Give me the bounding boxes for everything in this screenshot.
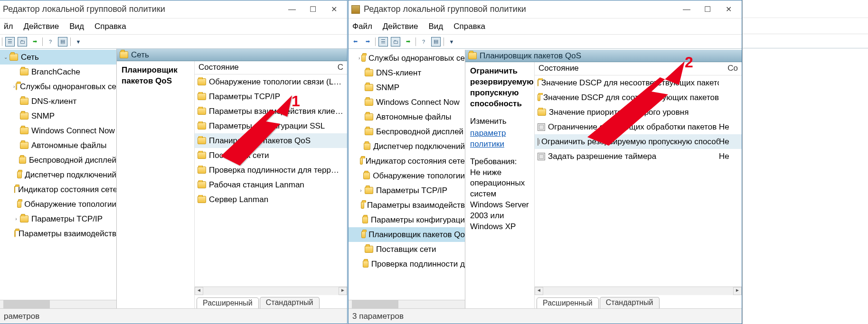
tree-item[interactable]: Параметры взаимодейств: [0, 226, 116, 241]
statusbar: 3 параметров: [349, 308, 742, 324]
tree-root-item[interactable]: ⌄ Сеть: [0, 50, 116, 65]
tab-extended[interactable]: Расширенный: [197, 297, 259, 309]
tree-item[interactable]: ›Службы одноранговых се: [349, 51, 465, 65]
col-state[interactable]: Состояние: [535, 62, 722, 75]
toolbar-back-icon[interactable]: ⬅: [350, 37, 360, 46]
toolbar-icon-filter[interactable]: ▼: [74, 37, 83, 46]
list-row[interactable]: Проверка подлинности для терр…: [195, 163, 347, 177]
tree-item-label: Беспроводной дисплей: [376, 127, 463, 137]
tree-hscrollbar[interactable]: [0, 300, 116, 308]
list-row[interactable]: Значение приоритета второго уровня: [535, 105, 742, 120]
list-row[interactable]: Параметры конфигурации SSL: [195, 119, 347, 133]
maximize-button[interactable]: ☐: [302, 5, 323, 14]
menubar: Файл Действие Вид Справка: [349, 19, 742, 35]
tree-item[interactable]: DNS-клиент: [0, 94, 116, 109]
expand-icon[interactable]: ›: [13, 216, 19, 222]
list-row[interactable]: Параметры TCP/IP: [195, 89, 347, 104]
tree-item[interactable]: Автономные файлы: [0, 138, 116, 153]
scroll-left-icon[interactable]: ◄: [195, 287, 203, 295]
minimize-button[interactable]: —: [282, 5, 302, 14]
menu-action[interactable]: Действие: [381, 21, 420, 32]
tree-item[interactable]: Windows Connect Now: [0, 123, 116, 138]
scroll-right-icon[interactable]: ►: [339, 287, 347, 295]
tree-item-label: Автономные файлы: [376, 112, 451, 122]
tree-item[interactable]: ›Параметры TCP/IP: [0, 212, 116, 226]
col-extra[interactable]: С: [328, 61, 347, 74]
expand-icon[interactable]: ›: [358, 56, 360, 61]
tree-item[interactable]: Диспетчер подключений: [0, 167, 116, 182]
tree-item[interactable]: Поставщик сети: [349, 242, 465, 257]
tree-hscrollbar[interactable]: [349, 300, 465, 308]
tree-item[interactable]: Индикатор состояния сете: [0, 182, 116, 197]
expand-icon[interactable]: ›: [358, 188, 364, 193]
tree-item[interactable]: Беспроводной дисплей: [0, 153, 116, 167]
col-extra[interactable]: Со: [722, 62, 742, 75]
menu-view[interactable]: Вид: [427, 21, 445, 32]
toolbar-icon-1[interactable]: ☰: [5, 37, 15, 46]
tree-item[interactable]: BranchCache: [0, 65, 116, 79]
tree-item-label: Службы одноранговых се: [368, 54, 465, 63]
tree-item[interactable]: Проверка подлинности д: [349, 257, 465, 271]
toolbar-icon-export[interactable]: ➡: [403, 37, 413, 46]
tab-standard[interactable]: Стандартный: [600, 297, 660, 308]
toolbar-fwd-icon[interactable]: ➡: [363, 37, 372, 46]
list-row[interactable]: Сервер Lanman: [195, 192, 347, 207]
tree-item[interactable]: Параметры конфигураци: [349, 213, 465, 227]
toolbar-icon-2[interactable]: 🗀: [18, 37, 27, 46]
list-row[interactable]: Планировщик пакетов QoS: [195, 133, 347, 148]
tree-item[interactable]: Планировщик пакетов Qo: [349, 227, 465, 242]
scroll-right-icon[interactable]: ►: [733, 287, 742, 295]
menu-view[interactable]: Вид: [67, 21, 86, 32]
folder-icon: [198, 137, 206, 144]
detail-change-link[interactable]: параметр политики: [470, 129, 506, 148]
minimize-button[interactable]: —: [676, 5, 697, 14]
tree-item[interactable]: SNMP: [0, 109, 116, 123]
list-row[interactable]: Рабочая станция Lanman: [195, 177, 347, 192]
detail-req-label: Требования:: [470, 157, 529, 167]
tree-item[interactable]: Обнаружение топологии: [349, 168, 465, 183]
list-row[interactable]: Поставщик сети: [195, 148, 347, 163]
list-row[interactable]: Ограничить резервируемую пропускную спос…: [535, 134, 742, 149]
tree-item[interactable]: Обнаружение топологии: [0, 197, 116, 212]
menu-file[interactable]: Файл: [350, 21, 374, 32]
tree-item[interactable]: Параметры взаимодейств: [349, 198, 465, 213]
toolbar-icon-filter[interactable]: ▼: [447, 37, 456, 46]
tab-extended[interactable]: Расширенный: [537, 297, 599, 309]
list-row[interactable]: Обнаружение топологии связи (L…: [195, 74, 347, 89]
toolbar-icon-help[interactable]: ?: [46, 37, 55, 46]
list-row[interactable]: Ограничение ожидающих обработки пакетовН…: [535, 120, 742, 134]
tree-item[interactable]: Беспроводной дисплей: [349, 124, 465, 139]
maximize-button[interactable]: ☐: [697, 5, 718, 14]
col-state[interactable]: Состояние: [195, 61, 328, 74]
tree-item[interactable]: Автономные файлы: [349, 110, 465, 124]
list-row[interactable]: Параметры взаимодействия клие…: [195, 104, 347, 119]
menu-help[interactable]: Справка: [452, 21, 487, 32]
toolbar-icon-1[interactable]: ☰: [378, 37, 388, 46]
menu-action[interactable]: Действие: [21, 21, 61, 32]
list-row[interactable]: Значение DSCP для соответствующих пакето…: [535, 90, 742, 105]
list-row[interactable]: Задать разрешение таймераНе: [535, 149, 742, 164]
expand-icon[interactable]: ›: [13, 84, 15, 89]
tab-standard[interactable]: Стандартный: [260, 297, 320, 308]
menu-help[interactable]: Справка: [93, 21, 128, 32]
menu-file[interactable]: йл: [2, 21, 15, 32]
close-button[interactable]: ✕: [718, 5, 739, 14]
toolbar-icon-2[interactable]: 🗀: [391, 37, 400, 46]
list-hscrollbar[interactable]: ◄►: [195, 287, 347, 295]
list-hscrollbar[interactable]: ◄►: [535, 287, 742, 295]
tree-item[interactable]: SNMP: [349, 80, 465, 95]
tree-item[interactable]: Диспетчер подключений: [349, 139, 465, 154]
tree-item[interactable]: Windows Connect Now: [349, 95, 465, 110]
tree-item[interactable]: DNS-клиент: [349, 65, 465, 80]
toolbar-icon-props[interactable]: ▤: [58, 37, 67, 46]
toolbar-icon-export[interactable]: ➡: [30, 37, 39, 46]
toolbar-icon-props[interactable]: ▤: [431, 37, 441, 46]
tree-item[interactable]: Индикатор состояния сете: [349, 154, 465, 168]
tree-item[interactable]: ›Параметры TCP/IP: [349, 183, 465, 198]
toolbar-icon-help[interactable]: ?: [419, 37, 428, 46]
list-row[interactable]: Значение DSCP для несоответствующих паке…: [535, 75, 742, 90]
collapse-icon[interactable]: ⌄: [3, 55, 9, 60]
scroll-left-icon[interactable]: ◄: [535, 287, 543, 295]
tree-item[interactable]: ›Службы одноранговых се: [0, 79, 116, 94]
close-button[interactable]: ✕: [323, 5, 344, 14]
